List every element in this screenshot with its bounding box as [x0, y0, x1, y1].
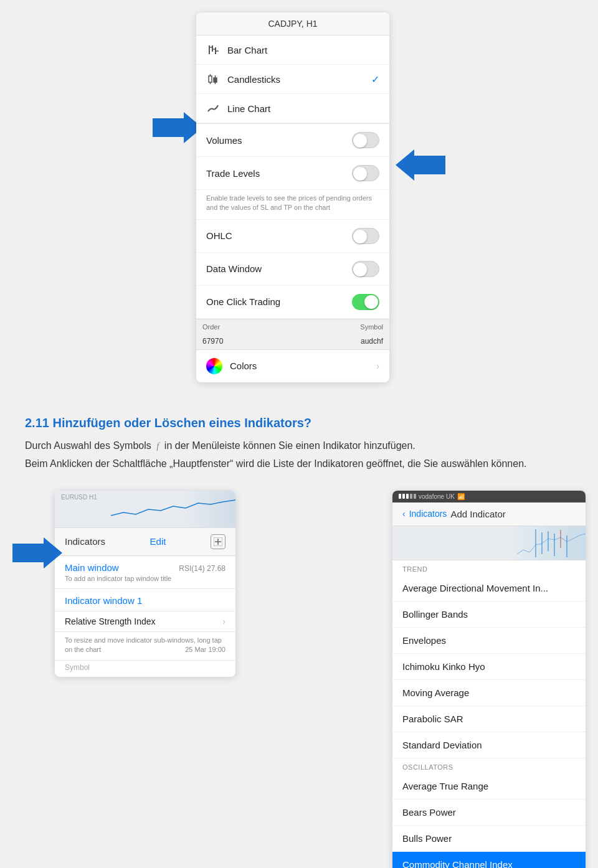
toggle-knob	[353, 134, 367, 148]
bears-power-item[interactable]: Bears Power	[392, 800, 586, 826]
line-chart-icon	[206, 101, 221, 116]
colors-item[interactable]: Colors ›	[196, 350, 389, 382]
back-button[interactable]: ‹	[402, 509, 406, 519]
svg-marker-13	[396, 149, 445, 181]
trade-levels-hint: Enable trade levels to see the prices of…	[196, 190, 389, 220]
arrow-pointing-panel	[396, 149, 445, 183]
section-body: Durch Auswahl des Symbols f in der Menül…	[0, 438, 598, 484]
svg-rect-7	[209, 76, 212, 82]
status-bar: vodafone UK 📶	[392, 491, 586, 502]
relative-strength-label: Relative Strength Index	[65, 616, 156, 626]
line-chart-label: Line Chart	[227, 103, 270, 114]
symbol-value: audchf	[361, 337, 383, 346]
edit-button[interactable]: Edit	[150, 536, 166, 547]
data-window-toggle[interactable]	[352, 261, 379, 277]
parabolic-sar-label: Parabolic SAR	[402, 714, 463, 724]
add-indicator-button[interactable]	[211, 534, 225, 549]
colors-circle-icon	[206, 358, 222, 374]
bollinger-bands-item[interactable]: Bollinger Bands	[392, 601, 586, 628]
parabolic-sar-item[interactable]: Parabolic SAR	[392, 706, 586, 732]
body-text-2: in der Menüleiste können Sie einen Indik…	[164, 440, 415, 451]
moving-average-label: Moving Average	[402, 687, 469, 698]
data-window-toggle-item[interactable]: Data Window	[196, 253, 389, 286]
bears-power-label: Bears Power	[402, 807, 456, 818]
colors-chevron-icon: ›	[376, 361, 379, 371]
toggle-section: Volumes Trade Levels Enable trade levels…	[196, 124, 389, 319]
main-window-section: Main window RSI(14) 27.68 To add an indi…	[55, 556, 235, 589]
indicator-icon: f	[156, 438, 159, 453]
avg-directional-item[interactable]: Average Directional Movement In...	[392, 575, 586, 601]
signal-dot-1	[399, 494, 401, 499]
panel-bottom: Symbol	[55, 660, 235, 677]
panel-header: CADJPY, H1	[196, 12, 389, 35]
volumes-label: Volumes	[206, 135, 352, 146]
trend-category-label: TREND	[392, 560, 586, 575]
resize-hint: To resize and move indicator sub-windows…	[55, 632, 235, 660]
std-deviation-item[interactable]: Standard Deviation	[392, 732, 586, 758]
bar-chart-icon	[206, 42, 221, 57]
section-paragraph-1: Durch Auswahl des Symbols f in der Menül…	[25, 438, 573, 454]
one-click-toggle[interactable]	[352, 294, 379, 310]
candlesticks-item[interactable]: Candlesticks ✓	[196, 65, 389, 94]
svg-rect-10	[214, 78, 217, 82]
bottom-section: EURUSD H1 Indicators Edit	[0, 484, 598, 868]
ohlc-toggle[interactable]	[352, 228, 379, 244]
body-text-1: Durch Auswahl des Symbols	[25, 440, 151, 451]
add-indicator-title: Add Indicator	[450, 509, 505, 519]
top-section: CADJPY, H1 Bar Chart	[0, 0, 598, 401]
data-window-label: Data Window	[206, 263, 352, 274]
std-deviation-label: Standard Deviation	[402, 740, 482, 750]
trade-levels-label: Trade Levels	[206, 168, 352, 179]
bar-chart-label: Bar Chart	[227, 45, 267, 55]
status-carrier: vodafone UK	[419, 493, 455, 500]
indicators-header: Indicators Edit	[55, 528, 235, 556]
moving-average-item[interactable]: Moving Average	[392, 680, 586, 706]
section-heading: 2.11 Hinzufügen oder Löschen eines Indik…	[0, 401, 598, 438]
svg-marker-0	[153, 112, 202, 143]
trade-levels-toggle-item[interactable]: Trade Levels	[196, 157, 389, 190]
one-click-label: One Click Trading	[206, 296, 352, 307]
colors-label: Colors	[230, 361, 257, 371]
main-window-title[interactable]: Main window	[65, 562, 119, 573]
signal-dot-4	[410, 494, 412, 499]
chart-fragment-top	[411, 526, 586, 560]
main-window-subtitle: To add an indicator tap window title	[65, 575, 225, 582]
bollinger-label: Bollinger Bands	[402, 609, 468, 620]
add-icon	[214, 537, 222, 546]
signal-dot-2	[402, 494, 405, 499]
envelopes-item[interactable]: Envelopes	[392, 628, 586, 654]
panel-title: CADJPY, H1	[268, 19, 317, 29]
volumes-toggle-item[interactable]: Volumes	[196, 124, 389, 157]
envelopes-label: Envelopes	[402, 635, 446, 646]
line-chart-item[interactable]: Line Chart	[196, 94, 389, 123]
section-paragraph-2: Beim Anklicken der Schaltfläche „Hauptfe…	[25, 456, 573, 472]
signal-dot-5	[414, 494, 416, 499]
arrow-indicators-icon	[12, 537, 62, 568]
indicator-window-title[interactable]: Indicator window 1	[65, 595, 225, 606]
signal-icon	[399, 494, 416, 499]
arrow-right-2-icon	[396, 149, 445, 181]
rsi-value: RSI(14) 27.68	[179, 564, 225, 573]
toggle-knob-5	[364, 295, 378, 309]
cci-item[interactable]: Commodity Channel Index	[392, 852, 586, 868]
ichimoku-item[interactable]: Ichimoku Kinko Hyo	[392, 654, 586, 680]
bar-chart-item[interactable]: Bar Chart	[196, 35, 389, 65]
toggle-knob-2	[353, 167, 367, 181]
add-indicator-header: ‹ Indicators Add Indicator	[392, 502, 586, 526]
trade-levels-toggle[interactable]	[352, 165, 379, 181]
date-label: 25 Mar 19:00	[185, 645, 225, 654]
ohlc-label: OHLC	[206, 230, 352, 241]
avg-true-range-item[interactable]: Average True Range	[392, 773, 586, 800]
indicators-panel: EURUSD H1 Indicators Edit	[55, 491, 235, 677]
volumes-toggle[interactable]	[352, 132, 379, 148]
one-click-toggle-item[interactable]: One Click Trading	[196, 286, 389, 319]
bottom-left-wrapper: EURUSD H1 Indicators Edit	[12, 491, 235, 868]
back-label[interactable]: Indicators	[409, 509, 447, 519]
bulls-power-item[interactable]: Bulls Power	[392, 826, 586, 852]
add-indicator-panel: vodafone UK 📶 ‹ Indicators Add Indicator…	[392, 491, 586, 868]
chevron-right-icon: ›	[222, 616, 225, 626]
chart-type-section: Bar Chart Candlesticks ✓	[196, 35, 389, 123]
ohlc-toggle-item[interactable]: OHLC	[196, 220, 389, 253]
relative-strength-item[interactable]: Relative Strength Index ›	[55, 611, 235, 632]
bulls-power-label: Bulls Power	[402, 833, 452, 844]
